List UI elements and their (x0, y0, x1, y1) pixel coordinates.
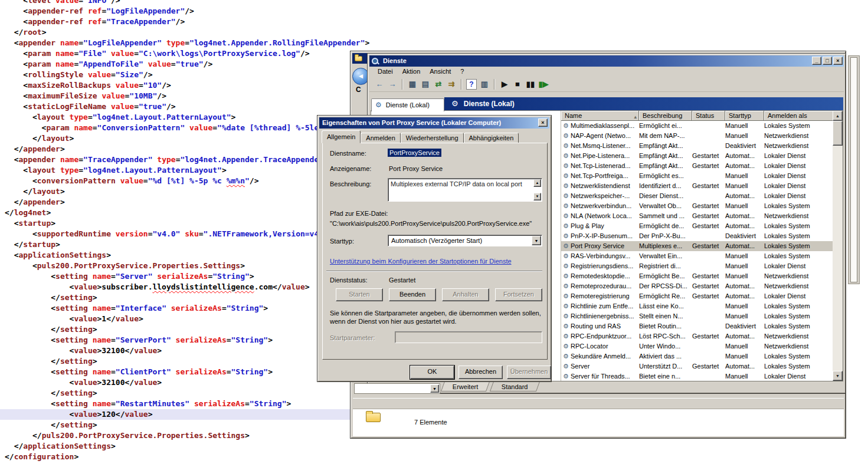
service-row[interactable]: ⚙ServerUnterstützt D...GestartetAutomat.… (561, 361, 834, 371)
service-row[interactable]: ⚙RPC-LocatorUnter Windo...ManuellNetzwer… (561, 341, 834, 351)
address-partial-text: C (356, 85, 361, 94)
forward-icon[interactable]: → (386, 78, 399, 90)
services-titlebar[interactable]: Dienste _□× (369, 55, 844, 67)
code-line[interactable]: <value>120</value> (0, 409, 352, 420)
extended-view-icon[interactable]: ▥ (478, 78, 491, 90)
start-service-icon[interactable]: ▶ (498, 78, 511, 90)
service-row[interactable]: ⚙NLA (Network Loca...Sammelt und ...Gest… (561, 211, 834, 221)
service-row[interactable]: ⚙Sekundäre Anmeld...Aktiviert das ...Man… (561, 351, 834, 361)
service-row[interactable]: ⚙Net.Tcp-Listenerad...Empfängt Akt...Ges… (561, 161, 834, 171)
service-gear-icon: ⚙ (561, 291, 571, 301)
ok-button[interactable]: OK (410, 366, 454, 379)
description-box[interactable]: Multiplexes external TCP/IP data on loca… (388, 178, 542, 202)
service-name-value[interactable]: PortProxyService (388, 149, 441, 157)
cell-desc: Ermöglicht Re... (639, 291, 692, 301)
column-header-beschreibung[interactable]: Beschreibung (639, 111, 692, 121)
service-row[interactable]: ⚙RemoteregistrierungErmöglicht Re...Gest… (561, 291, 834, 301)
service-row[interactable]: ⚙Multimediaklassenpl...Ermöglicht ei...M… (561, 121, 834, 131)
service-row[interactable]: ⚙Port Proxy ServiceMultiplexes e...Gesta… (561, 241, 834, 251)
scroll-up-icon[interactable]: ▲ (533, 179, 541, 187)
column-header-status[interactable]: Status (692, 111, 725, 121)
service-row[interactable]: ⚙Plug & PlayErmöglicht de...GestartetAut… (561, 221, 834, 231)
restart-service-icon[interactable]: ▮▶ (537, 78, 550, 90)
console-tree-tab[interactable]: ⚙ Dienste (Lokal) (371, 98, 444, 111)
scrollbar-thumb[interactable] (833, 121, 843, 146)
tab-wiederherstellung[interactable]: Wiederherstellung (401, 133, 464, 143)
service-row[interactable]: ⚙Server für Threads...Bietet eine n...Ma… (561, 371, 834, 381)
code-line[interactable]: </root> (0, 27, 471, 38)
vertical-scrollbar[interactable]: ▲ ▼ (833, 111, 843, 381)
column-header-anmelden-als[interactable]: Anmelden als (764, 111, 834, 121)
cell-startup: Manuell (725, 341, 764, 351)
dropdown-icon[interactable]: ▼ (532, 236, 541, 245)
tab-anmelden[interactable]: Anmelden (361, 133, 401, 143)
tab-abhngigkeiten[interactable]: Abhängigkeiten (464, 133, 519, 143)
service-row[interactable]: ⚙Net.Tcp-Portfreiga...Ermöglicht es...Ma… (561, 171, 834, 181)
tab-allgemein[interactable]: Allgemein (322, 130, 361, 143)
minimize-button[interactable]: _ (812, 57, 821, 65)
code-line[interactable]: <appender-ref ref="LogFileAppender"/> (0, 6, 471, 17)
menu-item-help[interactable]: ? (456, 67, 469, 77)
export-list-icon[interactable]: ⇉ (445, 78, 458, 90)
column-header-label: Beschreibung (643, 112, 682, 119)
dialog-titlebar[interactable]: Eigenschaften von Port Proxy Service (Lo… (319, 117, 549, 129)
scroll-down-icon[interactable]: ▼ (533, 193, 541, 200)
refresh-icon[interactable]: ⇄ (432, 78, 445, 90)
cell-logon: Lokales System (764, 311, 834, 321)
code-line[interactable]: </configuration> (0, 452, 471, 462)
service-gear-icon: ⚙ (561, 321, 571, 331)
service-row[interactable]: ⚙Registrierungsdiens...Registriert di...… (561, 261, 834, 271)
cell-logon: Lokales System (764, 251, 834, 261)
service-row[interactable]: ⚙RAS-Verbindungsv...Verwaltet Ein...Manu… (561, 251, 834, 261)
code-line[interactable]: <level value="INFO"/> (0, 0, 471, 6)
menu-item-datei[interactable]: Datei (373, 67, 398, 77)
service-row[interactable]: ⚙Routing und RASBietet Routin...Deaktivi… (561, 321, 834, 331)
maximize-button[interactable]: □ (823, 57, 832, 65)
show-tree-icon[interactable]: ▦ (406, 78, 419, 90)
properties-icon[interactable]: ▤ (419, 78, 432, 90)
cell-status: Gestartet (692, 331, 725, 341)
stop-button[interactable]: Beenden (389, 288, 436, 301)
service-row[interactable]: ⚙Richtlinienergebniss...Stellt einen N..… (561, 311, 834, 321)
cell-status (692, 321, 725, 331)
column-header-starttyp[interactable]: Starttyp (725, 111, 764, 121)
cell-startup: Manuell (725, 181, 764, 191)
explorer-combobox[interactable]: ▼ (354, 383, 440, 394)
column-header-name[interactable]: Name▴ (561, 111, 639, 121)
view-tab-erweitert[interactable]: Erweitert (441, 381, 490, 391)
cell-logon: Lokales System (764, 361, 834, 371)
view-tab-standard[interactable]: Standard (490, 381, 540, 391)
code-line[interactable]: <appender name="LogFileAppender" type="l… (0, 38, 471, 48)
column-header-label: Starttyp (729, 112, 751, 119)
startup-type-combobox[interactable]: Automatisch (Verzögerter Start) ▼ (388, 235, 542, 246)
service-row[interactable]: ⚙Richtlinie zum Entfe...Lässt eine Ko...… (561, 301, 834, 311)
service-row[interactable]: ⚙NetzwerklistendienstIdentifiziert d...G… (561, 181, 834, 191)
cancel-button[interactable]: Abbrechen (458, 366, 503, 379)
cell-desc: Multiplexes e... (639, 241, 692, 251)
service-row[interactable]: ⚙Remoteprozedurau...Der RPCSS-Di...Gesta… (561, 281, 834, 291)
cell-name: Server (571, 361, 639, 371)
dropdown-icon[interactable]: ▼ (430, 384, 439, 393)
code-line[interactable]: <appender-ref ref="TraceAppender"/> (0, 17, 471, 27)
service-row[interactable]: ⚙Netzwerkspeicher-...Dieser Dienst...Aut… (561, 191, 834, 201)
pause-service-icon[interactable]: ▮▮ (524, 78, 537, 90)
scroll-down-button[interactable]: ▼ (833, 371, 843, 381)
help-icon[interactable]: ? (466, 79, 477, 90)
service-row[interactable]: ⚙Netzwerkverbindun...Verwaltet Ob...Gest… (561, 201, 834, 211)
close-button[interactable]: × (833, 57, 843, 65)
service-row[interactable]: ⚙RPC-Endpunktzuor...Löst RPC-Sch...Gesta… (561, 331, 834, 341)
code-line[interactable]: </applicationSettings> (0, 441, 471, 452)
scroll-up-button[interactable]: ▲ (833, 111, 843, 121)
service-row[interactable]: ⚙Remotedesktopdie...Ermöglicht Be...Gest… (561, 271, 834, 281)
service-row[interactable]: ⚙PnP-X-IP-Busenum...Der PnP-X-Bu...Deakt… (561, 231, 834, 241)
service-row[interactable]: ⚙Net.Pipe-Listenera...Empfängt Akt...Ges… (561, 151, 834, 161)
service-row[interactable]: ⚙NAP-Agent (Netwo...Mit dem NAP-...Manue… (561, 131, 834, 141)
back-icon[interactable]: ← (373, 78, 386, 90)
menu-item-aktion[interactable]: Aktion (398, 67, 425, 77)
menu-item-ansicht[interactable]: Ansicht (425, 67, 456, 77)
stop-service-icon[interactable]: ■ (511, 78, 524, 90)
dialog-close-button[interactable]: × (538, 119, 548, 127)
service-row[interactable]: ⚙Net.Msmq-Listener...Empfängt Akt...Deak… (561, 141, 834, 151)
cell-name: Remoteregistrierung (571, 291, 639, 301)
startup-options-help-link[interactable]: Unterstützung beim Konfigurieren der Sta… (330, 258, 512, 265)
